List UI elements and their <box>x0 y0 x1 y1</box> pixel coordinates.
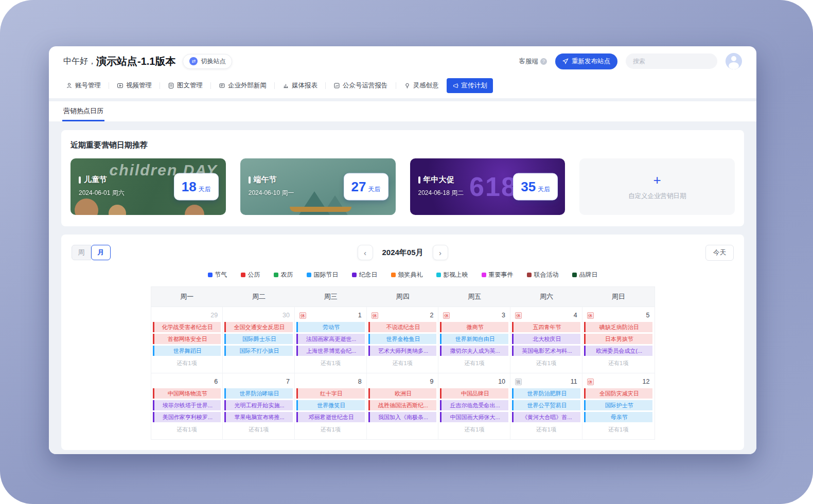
calendar-event[interactable]: 微商节 <box>440 322 508 332</box>
more-items-link[interactable]: 还有1项 <box>224 424 293 434</box>
calendar-event[interactable]: 法国画家高更逝世... <box>296 334 365 344</box>
day-cell[interactable]: 休12全国防灾减灾日国际护士节母亲节还有1项 <box>582 373 655 439</box>
calendar-event[interactable]: 光明工程开始实施... <box>224 400 293 410</box>
more-items-link[interactable]: 还有1项 <box>152 357 222 368</box>
search-input[interactable] <box>633 58 713 65</box>
marketing-card-618[interactable]: 618年中大促2024-06-18 周二35天后 <box>410 158 565 215</box>
switch-site-button[interactable]: ⇄ 切换站点 <box>183 54 232 69</box>
calendar-event[interactable]: 劳动节 <box>296 322 365 332</box>
day-cell[interactable]: 休1劳动节法国画家高更逝世...上海世界博览会纪...还有1项 <box>295 307 367 373</box>
day-number: 3 <box>502 312 505 319</box>
calendar-event[interactable]: 五四青年节 <box>512 322 580 332</box>
nav-tab-label: 企业外部新闻 <box>228 81 267 90</box>
days-left-badge: 27天后 <box>344 173 388 201</box>
support-link[interactable]: 客服端 ? <box>519 57 547 66</box>
view-week-button[interactable]: 周 <box>72 245 91 260</box>
day-cell[interactable]: 8红十字日世界微笑日邓丽君逝世纪念日还有1项 <box>295 373 367 439</box>
day-cell[interactable]: 6中国网络物流节埃菲尔铁塔于世界...美国作家亨利梭罗...还有1项 <box>151 373 223 439</box>
calendar-event[interactable]: 全国交通安全反思日 <box>224 322 293 332</box>
nav-tab-1[interactable]: 账号管理 <box>60 78 107 93</box>
more-items-link[interactable]: 还有1项 <box>296 424 365 434</box>
next-month-button[interactable]: › <box>433 245 448 260</box>
tab-marketing-calendar[interactable]: 营销热点日历 <box>62 101 104 121</box>
date-row: 7 <box>224 376 293 388</box>
calendar-event[interactable]: 上海世界博览会纪... <box>296 346 365 356</box>
more-items-link[interactable]: 还有1项 <box>296 357 365 368</box>
calendar-event[interactable]: 欧洲委员会成立(... <box>584 346 653 356</box>
calendar-event[interactable]: 丘吉尔临危受命出... <box>440 400 508 410</box>
calendar-event[interactable]: 国际不打小孩日 <box>224 346 293 356</box>
user-avatar[interactable] <box>726 53 742 69</box>
calendar-event[interactable]: 不说谎纪念日 <box>368 322 437 332</box>
more-items-link[interactable]: 还有1项 <box>584 357 653 368</box>
calendar-event[interactable]: 中国国画大师张大... <box>440 412 508 422</box>
calendar-event[interactable]: 全国防灾减灾日 <box>584 388 653 399</box>
marketing-card-children[interactable]: children DAY儿童节2024-06-01 周六18天后 <box>70 158 226 215</box>
day-number: 6 <box>214 378 218 385</box>
date-row: 休1 <box>296 310 365 322</box>
calendar-event[interactable]: 英国电影艺术与科... <box>512 346 580 356</box>
nav-tab-4[interactable]: 企业外部新闻 <box>213 78 272 93</box>
more-items-link[interactable]: 还有1项 <box>368 357 437 368</box>
calendar-event[interactable]: 世界防治肥胖日 <box>512 388 580 399</box>
holiday-rest-badge: 休 <box>372 312 378 319</box>
day-cell[interactable]: 30全国交通安全反思日国际爵士乐日国际不打小孩日 <box>223 307 295 373</box>
calendar-event[interactable]: 碘缺乏病防治日 <box>584 322 653 332</box>
day-cell[interactable]: 7世界防治哮喘日光明工程开始实施...苹果电脑宣布将推...还有1项 <box>223 373 295 439</box>
nav-tab-5[interactable]: 媒体报表 <box>277 78 323 93</box>
calendar-event[interactable]: 撒切尔夫人成为英... <box>440 346 508 356</box>
add-custom-date-card[interactable]: +自定义企业营销日期 <box>579 158 735 215</box>
calendar-event[interactable]: 母亲节 <box>584 412 653 422</box>
more-items-link[interactable]: 还有1项 <box>152 424 222 434</box>
calendar-event[interactable]: 我国加入《南极条... <box>368 412 437 422</box>
calendar-event[interactable]: 欧洲日 <box>368 388 437 399</box>
republish-site-button[interactable]: 重新发布站点 <box>555 53 617 69</box>
calendar-event[interactable]: 埃菲尔铁塔于世界... <box>153 400 221 410</box>
card-info: 年中大促2024-06-18 周二 <box>418 175 464 197</box>
nav-tab-8[interactable]: 宣传计划 <box>447 78 493 93</box>
calendar-event[interactable]: 世界公平贸易日 <box>512 400 580 410</box>
calendar-event[interactable]: 邓丽君逝世纪念日 <box>296 412 365 422</box>
day-cell[interactable]: 10中国品牌日丘吉尔临危受命出...中国国画大师张大...还有1项 <box>438 373 510 439</box>
day-cell[interactable]: 9欧洲日战胜德国法西斯纪...我国加入《南极条... <box>367 373 439 439</box>
nav-tab-7[interactable]: 灵感创意 <box>398 78 445 93</box>
day-cell[interactable]: 休5碘缺乏病防治日日本男孩节欧洲委员会成立(...还有1项 <box>582 307 655 373</box>
day-cell[interactable]: 班11世界防治肥胖日世界公平贸易日《黄河大合唱》首...还有1项 <box>510 373 582 439</box>
calendar-event[interactable]: 战胜德国法西斯纪... <box>368 400 437 410</box>
day-cell[interactable]: 29化学战受害者纪念日首都网络安全日世界舞蹈日还有1项 <box>151 307 223 373</box>
calendar-event[interactable]: 化学战受害者纪念日 <box>153 322 221 332</box>
prev-month-button[interactable]: ‹ <box>357 245 373 260</box>
day-cell[interactable]: 休3微商节世界新闻自由日撒切尔夫人成为英...还有1项 <box>438 307 510 373</box>
calendar-event[interactable]: 国际爵士乐日 <box>224 334 293 344</box>
festival-date: 2024-06-10 周一 <box>249 189 294 197</box>
more-items-link[interactable]: 还有1项 <box>439 424 509 434</box>
today-button[interactable]: 今天 <box>705 245 734 261</box>
calendar-event[interactable]: 世界微笑日 <box>296 400 365 410</box>
calendar-event[interactable]: 中国品牌日 <box>440 388 508 399</box>
calendar-event[interactable]: 中国网络物流节 <box>153 388 221 399</box>
nav-tab-6[interactable]: 公众号运营报告 <box>328 78 394 93</box>
nav-tab-3[interactable]: 图文管理 <box>162 78 208 93</box>
day-cell[interactable]: 休2不说谎纪念日世界金枪鱼日艺术大师列奥纳多...还有1项 <box>367 307 439 373</box>
day-cell[interactable]: 休4五四青年节北大校庆日英国电影艺术与科...还有1项 <box>510 307 582 373</box>
calendar-event[interactable]: 首都网络安全日 <box>153 334 221 344</box>
view-month-button[interactable]: 月 <box>91 245 111 260</box>
calendar-event[interactable]: 世界新闻自由日 <box>440 334 508 344</box>
calendar-event[interactable]: 世界防治哮喘日 <box>224 388 293 399</box>
calendar-event[interactable]: 国际护士节 <box>584 400 653 410</box>
calendar-event[interactable]: 《黄河大合唱》首... <box>512 412 580 422</box>
more-items-link[interactable]: 还有1项 <box>584 424 653 434</box>
more-items-link[interactable]: 还有1项 <box>511 357 581 368</box>
nav-tab-2[interactable]: 视频管理 <box>111 78 157 93</box>
calendar-event[interactable]: 红十字日 <box>296 388 365 399</box>
calendar-event[interactable]: 世界舞蹈日 <box>153 346 221 356</box>
calendar-event[interactable]: 苹果电脑宣布将推... <box>224 412 293 422</box>
calendar-event[interactable]: 美国作家亨利梭罗... <box>153 412 221 422</box>
calendar-event[interactable]: 世界金枪鱼日 <box>368 334 437 344</box>
more-items-link[interactable]: 还有1项 <box>511 424 581 434</box>
more-items-link[interactable]: 还有1项 <box>439 357 509 368</box>
calendar-event[interactable]: 艺术大师列奥纳多... <box>368 346 437 356</box>
marketing-card-dragon[interactable]: 端午节2024-06-10 周一27天后 <box>240 158 396 215</box>
calendar-event[interactable]: 北大校庆日 <box>512 334 580 344</box>
calendar-event[interactable]: 日本男孩节 <box>584 334 653 344</box>
